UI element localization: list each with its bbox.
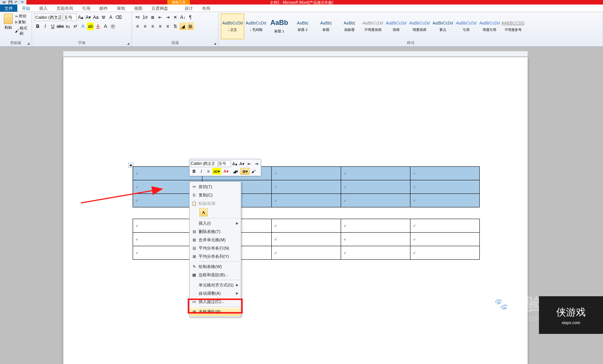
distributed-button[interactable]: ≡ xyxy=(164,23,171,30)
mini-increase-indent[interactable]: ⇥ xyxy=(253,160,260,167)
style-item[interactable]: AaBbCcDd↓ 无间隔 xyxy=(244,14,268,39)
clipboard-launcher-icon[interactable]: ◢ xyxy=(27,42,31,46)
table-2[interactable]: ↲↲↲↲↲ ↲↲↲↲↲ ↲↲↲↲↲ xyxy=(133,219,480,260)
mini-shading-color[interactable]: ◢▾ xyxy=(231,168,240,175)
change-case-button[interactable]: Aa xyxy=(92,14,99,21)
menu-autofit[interactable]: 自动调整(A)▶ xyxy=(190,289,241,297)
clear-formatting-button[interactable]: ⌫ xyxy=(115,14,122,21)
style-item[interactable]: AABBCCDD不明显参考 xyxy=(501,14,525,39)
menu-distribute-cols[interactable]: ⊞平均分布各列(Y) xyxy=(190,252,241,260)
font-color-button[interactable]: A xyxy=(95,23,101,30)
superscript-button[interactable]: x² xyxy=(72,23,79,30)
tab-references[interactable]: 引用 xyxy=(78,5,95,12)
show-marks-button[interactable]: ¶ xyxy=(187,14,194,21)
numbering-button[interactable]: 1≡ xyxy=(142,14,148,21)
style-item[interactable]: AaBbCcDd明显引用 xyxy=(478,14,501,39)
bold-button[interactable]: B xyxy=(34,23,41,30)
style-item[interactable]: AaBbCcDd不明显强调 xyxy=(361,14,384,39)
menu-delete-table[interactable]: ⊟删除表格(T) xyxy=(190,227,241,236)
mini-italic[interactable]: I xyxy=(198,168,205,175)
mini-align[interactable]: ≡ xyxy=(205,168,212,175)
align-center-button[interactable]: ≡ xyxy=(142,23,148,30)
italic-button[interactable]: I xyxy=(42,23,49,30)
increase-indent-button[interactable]: ⇥ xyxy=(164,14,171,21)
style-item[interactable]: AaBb(副标题 xyxy=(338,14,361,39)
bullets-button[interactable]: •≡ xyxy=(134,14,141,21)
styles-gallery[interactable]: AaBbCcDd↓ 正文AaBbCcDd↓ 无间隔AaBb标题 1AaBb(标题… xyxy=(221,14,600,39)
justify-button[interactable]: ≡ xyxy=(157,23,164,30)
style-item[interactable]: AaBb(标题 2 xyxy=(291,14,314,39)
shading-button[interactable]: ◢ xyxy=(179,23,186,30)
style-item[interactable]: AaBbCcDd引用 xyxy=(455,14,478,39)
style-item[interactable]: AaBbCcDd↓ 正文 xyxy=(221,14,244,39)
subscript-button[interactable]: x₂ xyxy=(64,23,71,30)
menu-cut[interactable]: ✂剪切(T) xyxy=(190,183,241,191)
char-shading-button[interactable]: A xyxy=(102,23,109,30)
qat-save-icon[interactable]: 💾 xyxy=(8,0,13,5)
tab-page-layout[interactable]: 页面布局 xyxy=(52,5,78,12)
paragraph-launcher-icon[interactable]: ◢ xyxy=(214,42,217,46)
mini-format-painter[interactable]: 🖌 xyxy=(250,168,257,175)
highlight-button[interactable]: ab xyxy=(87,23,94,30)
tab-baidu[interactable]: 百度网盘 xyxy=(147,5,173,12)
font-name-select[interactable] xyxy=(34,14,62,21)
tab-home[interactable]: 开始 xyxy=(17,5,35,12)
mini-font-size[interactable] xyxy=(218,160,231,167)
style-item[interactable]: AaBbCcDd要点 xyxy=(431,14,455,39)
menu-borders-shading[interactable]: ▦边框和底纹(B)... xyxy=(190,271,241,279)
mini-highlight[interactable]: ab▾ xyxy=(212,168,221,175)
tab-insert[interactable]: 插入 xyxy=(35,5,52,12)
horizontal-ruler[interactable] xyxy=(63,51,528,56)
strikethrough-button[interactable]: abc xyxy=(57,23,64,30)
decrease-indent-button[interactable]: ⇤ xyxy=(157,14,164,21)
grow-font-button[interactable]: A▴ xyxy=(77,14,84,21)
style-item[interactable]: AaBb(标题 xyxy=(314,14,338,39)
menu-insert-caption[interactable]: ▭插入题注(C)... xyxy=(190,297,241,306)
menu-draw-table[interactable]: ✎绘制表格(W) xyxy=(190,262,241,271)
tab-table-design[interactable]: 设计 xyxy=(180,5,197,12)
menu-cell-alignment[interactable]: 单元格对齐方式(G)▶ xyxy=(190,281,241,289)
font-launcher-icon[interactable]: ◢ xyxy=(127,42,131,46)
qat-redo-icon[interactable]: ↷ xyxy=(20,0,25,5)
tab-mailings[interactable]: 邮件 xyxy=(95,5,112,12)
menu-copy[interactable]: ⎘复制(C) xyxy=(190,191,241,199)
phonetic-guide-button[interactable]: 變 xyxy=(100,14,107,21)
paste-button[interactable]: 粘贴 xyxy=(2,14,14,32)
copy-button[interactable]: ⎘复制 xyxy=(15,20,29,25)
text-effects-button[interactable]: A xyxy=(80,23,86,30)
mini-bold[interactable]: B xyxy=(191,168,197,175)
shrink-font-button[interactable]: A▾ xyxy=(85,14,92,21)
mini-decrease-indent[interactable]: ⇤ xyxy=(246,160,253,167)
enclose-char-button[interactable]: ㊥ xyxy=(110,23,116,30)
borders-button[interactable]: ⊞ xyxy=(187,23,194,30)
align-left-button[interactable]: ≡ xyxy=(134,23,141,30)
format-painter-button[interactable]: 🖌格式刷 xyxy=(15,26,29,36)
sort-button[interactable]: A↓ xyxy=(179,14,186,21)
menu-insert[interactable]: 插入(I)▶ xyxy=(190,219,241,227)
line-spacing-button[interactable]: ⇅ xyxy=(172,23,179,30)
mini-grow-font[interactable]: A▴ xyxy=(231,160,238,167)
asian-layout-button[interactable]: ✕ xyxy=(172,14,179,21)
qat-undo-icon[interactable]: ↶ xyxy=(14,0,19,5)
char-border-button[interactable]: A xyxy=(107,14,114,21)
tab-review[interactable]: 审阅 xyxy=(112,5,130,12)
tab-file[interactable]: 文件 xyxy=(0,5,17,12)
tab-table-layout[interactable]: 布局 xyxy=(197,5,215,12)
mini-font-color[interactable]: A▾ xyxy=(222,168,231,175)
font-size-select[interactable] xyxy=(63,14,77,21)
document-page[interactable] xyxy=(63,57,528,364)
multilevel-list-button[interactable]: ≣ xyxy=(149,14,156,21)
table-1[interactable]: ↲↲↲↲↲ ↲↲↲↲↲ ↲↲↲↲↲ xyxy=(133,166,480,207)
qat-word-icon[interactable]: W xyxy=(2,0,7,5)
cut-button[interactable]: ✂剪切 xyxy=(15,14,29,19)
style-item[interactable]: AaBbCcDd明显强调 xyxy=(408,14,431,39)
menu-distribute-rows[interactable]: ⊟平均分布各行(N) xyxy=(190,244,241,252)
paste-keep-formatting-button[interactable]: A xyxy=(199,208,208,216)
mini-insert-table[interactable]: ⊞▾ xyxy=(240,168,249,175)
underline-button[interactable]: U xyxy=(49,23,56,30)
menu-table-properties[interactable]: ⊞表格属性(R)... xyxy=(190,308,241,316)
mini-font-name[interactable] xyxy=(191,160,218,167)
style-item[interactable]: AaBbCcDd强调 xyxy=(384,14,408,39)
style-item[interactable]: AaBb标题 1 xyxy=(268,14,291,39)
menu-merge-cells[interactable]: ⊞合并单元格(M) xyxy=(190,236,241,244)
